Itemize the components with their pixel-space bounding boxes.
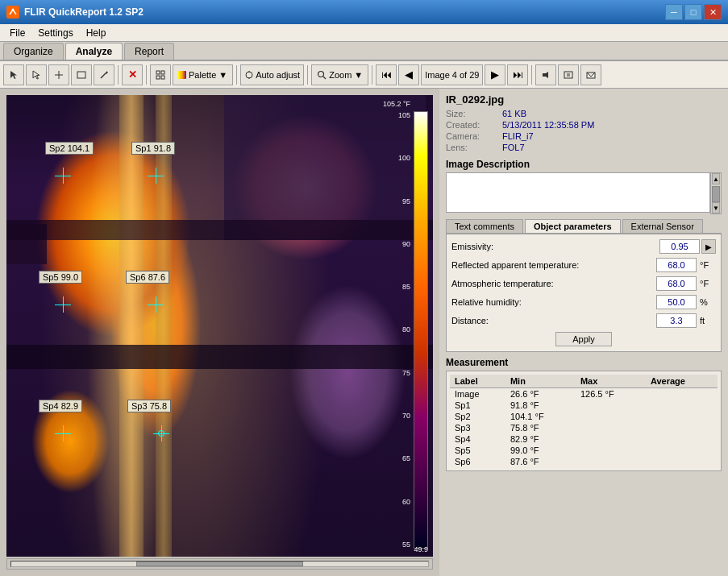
size-label: Size: bbox=[446, 109, 502, 118]
measurement-row: Sp687.6 °F bbox=[450, 456, 718, 467]
cell-avg bbox=[646, 422, 718, 433]
measurement-title: Measurement bbox=[446, 357, 722, 368]
crosshair-tool-button[interactable] bbox=[48, 64, 69, 85]
description-wrapper: ▲ ▼ bbox=[446, 172, 722, 214]
lens-value: FOL7 bbox=[502, 143, 525, 152]
param-tabs-section: Text comments Object parameters External… bbox=[446, 219, 722, 352]
rectangle-tool-button[interactable] bbox=[71, 64, 92, 85]
param-tab-object[interactable]: Object parameters bbox=[525, 219, 621, 233]
cell-avg bbox=[646, 400, 718, 411]
lens-row: Lens: FOL7 bbox=[446, 143, 722, 152]
reflected-value[interactable]: 68.0 bbox=[656, 258, 697, 272]
scroll-down-btn[interactable]: ▼ bbox=[712, 202, 720, 213]
file-info: IR_0292.jpg Size: 61 KB Created: 5/13/20… bbox=[446, 93, 722, 154]
menu-settings[interactable]: Settings bbox=[31, 26, 79, 40]
atmospheric-value[interactable]: 68.0 bbox=[656, 276, 697, 291]
tab-report[interactable]: Report bbox=[124, 43, 174, 60]
pointer-tool-button[interactable] bbox=[26, 64, 47, 85]
zoom-dropdown[interactable]: Zoom ▼ bbox=[311, 64, 368, 85]
email-button[interactable] bbox=[580, 64, 601, 85]
measurement-row: Sp2104.1 °F bbox=[450, 411, 718, 422]
menu-file[interactable]: File bbox=[3, 26, 31, 40]
crosshair-sp2 bbox=[55, 168, 71, 184]
col-avg: Average bbox=[646, 375, 718, 388]
crosshair-sp1 bbox=[148, 168, 164, 184]
image-panel: Sp2 104.1 Sp1 91.8 Sp5 99.0 Sp6 87.6 bbox=[0, 89, 439, 576]
image-description-title: Image Description bbox=[446, 159, 722, 170]
prev-frame-button[interactable]: ◀ bbox=[398, 64, 419, 85]
svg-point-14 bbox=[246, 72, 252, 78]
cell-min: 75.8 °F bbox=[505, 422, 576, 433]
last-frame-button[interactable]: ⏭ bbox=[507, 64, 528, 85]
volume-button[interactable] bbox=[535, 64, 556, 85]
grid-button[interactable] bbox=[150, 64, 171, 85]
close-button[interactable]: ✕ bbox=[704, 4, 722, 20]
object-params-panel: Emissivity: 0.95 ▶ Reflected apparent te… bbox=[446, 234, 722, 352]
measurement-header-row: Label Min Max Average bbox=[450, 375, 718, 388]
image-description-section: Image Description ▲ ▼ bbox=[446, 159, 722, 214]
pipe-column-1 bbox=[119, 95, 144, 557]
next-frame-button[interactable]: ▶ bbox=[485, 64, 505, 85]
created-value: 5/13/2011 12:35:58 PM bbox=[502, 120, 594, 130]
humidity-value[interactable]: 50.0 bbox=[656, 295, 697, 309]
cell-label: Sp3 bbox=[450, 422, 505, 433]
camera-row: Camera: FLIR_i7 bbox=[446, 131, 722, 141]
palette-dropdown[interactable]: Palette ▼ bbox=[173, 64, 233, 85]
spot-label-sp4: Sp4 82.9 bbox=[39, 400, 82, 412]
scroll-thumb[interactable] bbox=[712, 186, 720, 202]
description-scrollbar[interactable]: ▲ ▼ bbox=[710, 172, 722, 214]
select-tool-button[interactable] bbox=[3, 64, 24, 85]
window-controls: ─ □ ✕ bbox=[665, 4, 722, 20]
auto-adjust-label: Auto adjust bbox=[256, 70, 300, 80]
param-tab-text[interactable]: Text comments bbox=[446, 219, 523, 233]
separator-3 bbox=[236, 65, 237, 85]
param-tab-bar: Text comments Object parameters External… bbox=[446, 219, 722, 234]
svg-rect-12 bbox=[161, 76, 164, 79]
dark-band-2 bbox=[6, 345, 433, 369]
emissivity-value[interactable]: 0.95 bbox=[659, 239, 700, 254]
apply-button[interactable]: Apply bbox=[555, 332, 612, 346]
export-button[interactable] bbox=[558, 64, 579, 85]
param-tab-sensor[interactable]: External Sensor bbox=[622, 219, 703, 233]
separator-2 bbox=[146, 65, 147, 85]
cell-min: 91.8 °F bbox=[505, 400, 576, 411]
tab-analyze[interactable]: Analyze bbox=[65, 43, 123, 60]
cell-avg bbox=[646, 433, 718, 445]
crosshair-sp5 bbox=[55, 296, 71, 313]
svg-rect-10 bbox=[161, 71, 164, 74]
pencil-tool-button[interactable] bbox=[94, 64, 114, 85]
separator-4 bbox=[307, 65, 308, 85]
crosshair-sp4 bbox=[55, 425, 71, 441]
pipe-column-2 bbox=[156, 95, 172, 557]
tab-organize[interactable]: Organize bbox=[3, 43, 64, 60]
minimize-button[interactable]: ─ bbox=[665, 4, 683, 20]
col-max: Max bbox=[576, 375, 646, 388]
scroll-up-btn[interactable]: ▲ bbox=[712, 173, 720, 184]
humidity-unit: % bbox=[700, 297, 716, 307]
distance-value[interactable]: 3.3 bbox=[656, 313, 697, 328]
cell-avg bbox=[646, 411, 718, 422]
auto-adjust-button[interactable]: Auto adjust bbox=[240, 64, 304, 85]
description-textarea[interactable] bbox=[446, 172, 710, 213]
delete-button[interactable]: ✕ bbox=[122, 64, 143, 85]
cell-max bbox=[576, 433, 646, 445]
svg-rect-6 bbox=[77, 72, 85, 78]
measurement-section: Measurement Label Min Max Average Image2… bbox=[446, 357, 722, 471]
cell-label: Sp1 bbox=[450, 400, 505, 411]
cell-label: Sp6 bbox=[450, 456, 505, 467]
measurement-row: Sp482.9 °F bbox=[450, 433, 718, 445]
image-counter: Image 4 of 29 bbox=[421, 64, 483, 85]
emissivity-expand-btn[interactable]: ▶ bbox=[701, 239, 716, 254]
maximize-button[interactable]: □ bbox=[684, 4, 702, 20]
spot-label-sp2: Sp2 104.1 bbox=[45, 142, 94, 155]
image-scrollbar[interactable] bbox=[6, 558, 433, 570]
first-frame-button[interactable]: ⏮ bbox=[376, 64, 397, 85]
emissivity-row: Emissivity: 0.95 ▶ bbox=[451, 239, 716, 254]
scale-bottom-label: 49.9 bbox=[414, 545, 428, 553]
separator-1 bbox=[118, 65, 119, 85]
menu-help[interactable]: Help bbox=[80, 26, 113, 40]
scrollbar-thumb[interactable] bbox=[136, 561, 303, 566]
thermal-image-container[interactable]: Sp2 104.1 Sp1 91.8 Sp5 99.0 Sp6 87.6 bbox=[6, 95, 433, 557]
crosshair-sp6 bbox=[148, 296, 164, 313]
scrollbar-track[interactable] bbox=[10, 561, 429, 567]
